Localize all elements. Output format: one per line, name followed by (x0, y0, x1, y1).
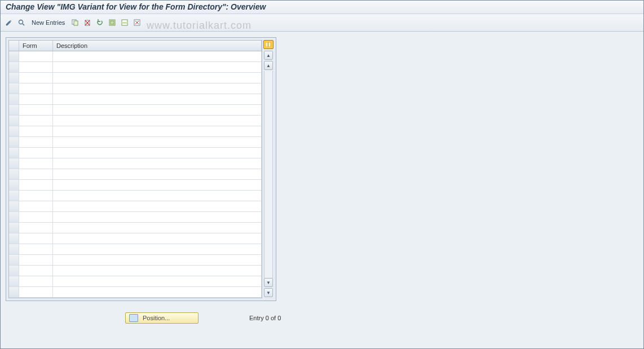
cell-form[interactable] (19, 223, 53, 233)
scroll-down-button-2[interactable]: ▼ (264, 278, 273, 287)
cell-description[interactable] (53, 223, 262, 233)
cell-form[interactable] (19, 62, 53, 72)
row-selector[interactable] (9, 62, 19, 72)
cell-description[interactable] (53, 233, 262, 244)
row-selector[interactable] (9, 287, 19, 297)
cell-description[interactable] (53, 83, 262, 94)
row-selector[interactable] (9, 201, 19, 211)
scroll-up-button[interactable]: ▲ (264, 51, 273, 60)
cell-form[interactable] (19, 158, 53, 169)
row-selector[interactable] (9, 255, 19, 265)
row-selector[interactable] (9, 83, 19, 94)
cell-form[interactable] (19, 148, 53, 158)
cell-description[interactable] (53, 255, 262, 265)
cell-form[interactable] (19, 73, 53, 83)
cell-form[interactable] (19, 94, 53, 104)
row-selector[interactable] (9, 266, 19, 276)
row-selector[interactable] (9, 180, 19, 190)
cell-form[interactable] (19, 255, 53, 265)
table-row (9, 116, 262, 126)
cell-form[interactable] (19, 191, 53, 201)
cell-form[interactable] (19, 126, 53, 136)
cell-form[interactable] (19, 201, 53, 211)
position-button[interactable]: Position... (125, 312, 199, 324)
copy-as-icon[interactable] (70, 18, 80, 27)
cell-description[interactable] (53, 137, 262, 147)
table-row (9, 137, 262, 148)
column-header-selector[interactable] (9, 41, 19, 51)
cell-description[interactable] (53, 287, 262, 297)
row-selector[interactable] (9, 148, 19, 158)
column-header-description[interactable]: Description (53, 41, 262, 51)
row-selector[interactable] (9, 126, 19, 136)
row-selector[interactable] (9, 191, 19, 201)
cell-description[interactable] (53, 212, 262, 222)
scroll-track[interactable] (264, 71, 273, 278)
cell-description[interactable] (53, 244, 262, 254)
cell-form[interactable] (19, 51, 53, 61)
cell-description[interactable] (53, 116, 262, 126)
find-icon[interactable] (17, 18, 26, 27)
select-all-icon[interactable] (108, 18, 117, 27)
cell-form[interactable] (19, 105, 53, 115)
scroll-down-button[interactable]: ▼ (264, 288, 273, 297)
work-area: Form Description ▲ ▲ ▼ ▼ (0, 32, 644, 349)
table-row (9, 180, 262, 191)
cell-description[interactable] (53, 169, 262, 179)
cell-form[interactable] (19, 180, 53, 190)
row-selector[interactable] (9, 244, 19, 254)
table-row (9, 94, 262, 105)
row-selector[interactable] (9, 51, 19, 61)
cell-description[interactable] (53, 191, 262, 201)
row-selector[interactable] (9, 116, 19, 126)
scroll-up-button-2[interactable]: ▲ (264, 61, 273, 70)
row-selector[interactable] (9, 276, 19, 286)
cell-form[interactable] (19, 244, 53, 254)
row-selector[interactable] (9, 105, 19, 115)
delete-icon[interactable] (83, 18, 92, 27)
table-row (9, 148, 262, 158)
row-selector[interactable] (9, 158, 19, 169)
cell-description[interactable] (53, 105, 262, 115)
cell-form[interactable] (19, 137, 53, 147)
svg-rect-8 (111, 21, 114, 24)
new-entries-button[interactable]: New Entries (29, 19, 67, 26)
cell-form[interactable] (19, 233, 53, 244)
table-row (9, 233, 262, 244)
cell-form[interactable] (19, 169, 53, 179)
table-row (9, 212, 262, 223)
column-header-form[interactable]: Form (19, 41, 53, 51)
cell-form[interactable] (19, 212, 53, 222)
cell-description[interactable] (53, 51, 262, 61)
row-selector[interactable] (9, 94, 19, 104)
cell-description[interactable] (53, 126, 262, 136)
deselect-all-icon[interactable] (133, 18, 142, 27)
cell-description[interactable] (53, 94, 262, 104)
row-selector[interactable] (9, 137, 19, 147)
cell-description[interactable] (53, 276, 262, 286)
cell-description[interactable] (53, 266, 262, 276)
cell-description[interactable] (53, 158, 262, 169)
toggle-display-change-icon[interactable] (5, 18, 14, 27)
table-row (9, 105, 262, 116)
row-selector[interactable] (9, 233, 19, 244)
row-selector[interactable] (9, 212, 19, 222)
row-selector[interactable] (9, 169, 19, 179)
cell-form[interactable] (19, 266, 53, 276)
cell-form[interactable] (19, 116, 53, 126)
cell-form[interactable] (19, 83, 53, 94)
cell-description[interactable] (53, 180, 262, 190)
row-selector[interactable] (9, 73, 19, 83)
cell-description[interactable] (53, 201, 262, 211)
cell-description[interactable] (53, 62, 262, 72)
cell-form[interactable] (19, 276, 53, 286)
table-settings-icon[interactable] (263, 40, 274, 49)
cell-form[interactable] (19, 287, 53, 297)
row-selector[interactable] (9, 223, 19, 233)
table-row (9, 51, 262, 62)
cell-description[interactable] (53, 148, 262, 158)
svg-point-0 (19, 20, 23, 24)
select-block-icon[interactable] (120, 18, 129, 27)
undo-change-icon[interactable] (95, 18, 104, 27)
cell-description[interactable] (53, 73, 262, 83)
